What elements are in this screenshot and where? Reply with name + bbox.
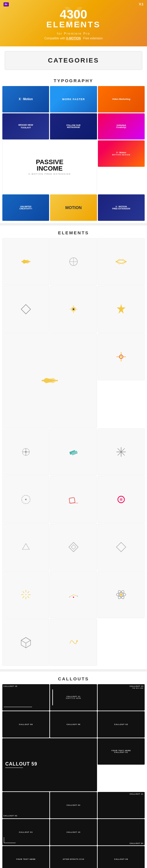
element-9[interactable] xyxy=(2,428,49,475)
svg-marker-44 xyxy=(71,545,76,549)
svg-point-67 xyxy=(77,640,78,642)
svg-line-52 xyxy=(28,591,29,593)
svg-point-29 xyxy=(25,451,27,453)
callout-08[interactable]: CALLOUT 08 xyxy=(50,711,97,738)
element-7-wide[interactable] xyxy=(2,333,97,428)
categories-title: CATEGORIES xyxy=(10,57,137,64)
svg-point-59 xyxy=(77,596,78,597)
svg-line-53 xyxy=(23,596,24,598)
element-16[interactable] xyxy=(50,524,97,570)
callouts-header: CALLOUTS xyxy=(0,672,147,684)
callout-01a[interactable]: YOUR TEXT HERECALLOUT 01 xyxy=(98,738,145,765)
svg-line-56 xyxy=(74,595,77,596)
svg-point-37 xyxy=(25,499,27,500)
elements-grid xyxy=(2,238,145,666)
svg-line-50 xyxy=(23,591,24,593)
typo-card-workfaster[interactable]: WORK FASTER xyxy=(50,86,97,113)
svg-line-55 xyxy=(70,595,74,597)
element-8[interactable] xyxy=(98,333,145,380)
element-21[interactable] xyxy=(2,619,49,666)
callout-ae[interactable]: AFTER EFFECTS CC19 xyxy=(50,846,97,868)
callout-yourtext[interactable]: YOUR TEXT HERE xyxy=(2,846,49,868)
callouts-grid: CALLOUT 19 CALLOUT 11SUBTITLE HERE CALLO… xyxy=(0,684,147,868)
typo-card-motion[interactable]: MOTION xyxy=(50,194,97,221)
svg-point-22 xyxy=(56,380,58,381)
svg-point-3 xyxy=(29,261,30,262)
element-20[interactable] xyxy=(98,571,145,618)
callout-19[interactable]: CALLOUT 19 xyxy=(2,684,49,711)
compatible-label: Compatible with X-MOTION Free extension xyxy=(6,37,141,40)
typography-grid: X · Motion WORK FASTER Video Marketing B… xyxy=(0,86,147,223)
svg-rect-38 xyxy=(69,497,75,503)
svg-line-51 xyxy=(28,596,29,598)
typography-section: TYPOGRAPHY X · Motion WORK FASTER Video … xyxy=(0,73,147,223)
callout-10[interactable]: CALLOUT 10 xyxy=(50,819,97,845)
svg-marker-8 xyxy=(116,259,126,264)
callout-01c[interactable]: CALLOUT 01 xyxy=(98,819,145,845)
svg-point-21 xyxy=(42,380,43,381)
element-6[interactable] xyxy=(98,286,145,333)
categories-section: CATEGORIES xyxy=(0,46,147,73)
callout-11[interactable]: CALLOUT 11SUBTITLE HERE xyxy=(50,684,97,711)
element-22[interactable] xyxy=(50,619,97,666)
svg-point-9 xyxy=(116,261,117,262)
element-5[interactable] xyxy=(50,286,97,333)
typo-card-motiondesign[interactable]: X · MotionMOTION DESIGN xyxy=(98,141,145,167)
callouts-section: CALLOUTS CALLOUT 19 CALLOUT 11SUBTITLE H… xyxy=(0,672,147,868)
callout-09[interactable]: CALLOUT 09 xyxy=(2,711,49,738)
element-10[interactable] xyxy=(50,428,97,475)
svg-point-2 xyxy=(22,261,23,262)
svg-marker-43 xyxy=(69,542,78,552)
elements-section: ELEMENTS xyxy=(0,225,147,669)
element-19[interactable] xyxy=(50,571,97,618)
typo-card-brandnew[interactable]: BRAND NEWTOOLKIT xyxy=(2,113,49,140)
divider-2 xyxy=(0,669,147,672)
svg-point-58 xyxy=(69,596,70,597)
callout-09b[interactable]: CALLOUT 09 xyxy=(98,846,145,868)
callout-13[interactable]: CALLOUT 13THE BIG LINE xyxy=(98,684,145,711)
element-15[interactable] xyxy=(2,524,49,570)
elements-count: 4300 xyxy=(47,8,100,21)
header: Pr V.1 X 4300 ELEMENTS for Premiere Pro … xyxy=(0,0,147,46)
element-4[interactable] xyxy=(2,286,49,333)
divider-1 xyxy=(0,223,147,225)
svg-marker-65 xyxy=(21,638,31,643)
svg-marker-20 xyxy=(42,378,57,383)
element-13[interactable] xyxy=(50,476,97,523)
typo-card-follow[interactable]: FOLLOW OURINSTAGRAM! xyxy=(50,113,97,140)
element-14[interactable] xyxy=(98,476,145,523)
svg-marker-18 xyxy=(117,304,125,314)
callout-04[interactable]: CALLOUT 04 xyxy=(50,792,97,818)
svg-point-60 xyxy=(120,593,122,596)
svg-marker-45 xyxy=(116,542,126,552)
element-18[interactable] xyxy=(2,571,49,618)
callout-59[interactable]: CALLOUT 59 xyxy=(2,738,97,792)
svg-point-13 xyxy=(72,308,74,310)
elements-header: ELEMENTS xyxy=(0,225,147,238)
elements-label: ELEMENTS xyxy=(47,21,100,29)
svg-point-54 xyxy=(25,594,26,595)
element-2[interactable] xyxy=(50,238,97,285)
svg-point-57 xyxy=(73,596,74,597)
callout-02b[interactable]: CALLOUT 02 xyxy=(2,792,49,818)
element-12[interactable] xyxy=(2,476,49,523)
element-17[interactable] xyxy=(98,524,145,570)
callout-01b[interactable]: CALLOUT 01 xyxy=(2,819,49,845)
typography-header: TYPOGRAPHY xyxy=(0,73,147,86)
typo-card-passive[interactable]: PASSIVEINCOME X-MOTION FREE EXTENSION xyxy=(2,141,97,193)
typo-card-unlimited2[interactable]: UNLIMITEDCREATIVITY! xyxy=(2,194,49,221)
svg-marker-42 xyxy=(22,544,29,549)
element-11[interactable] xyxy=(98,428,145,475)
typo-card-videomarketing[interactable]: Video Marketing xyxy=(98,86,145,113)
typo-card-xmotion[interactable]: X · Motion xyxy=(2,86,49,113)
callout-02a[interactable]: CALLOUT 02 xyxy=(98,711,145,738)
callout-11b[interactable]: CALLOUT 11 xyxy=(98,792,145,818)
categories-header: CATEGORIES xyxy=(5,51,142,70)
typo-card-xmotionfree[interactable]: X · MOTIONFREE EXTENSION xyxy=(98,194,145,221)
svg-point-10 xyxy=(125,261,127,262)
element-1[interactable] xyxy=(2,238,49,285)
typo-card-unlimited[interactable]: UnlimitedCreativity! xyxy=(98,113,145,140)
svg-marker-11 xyxy=(21,305,31,314)
svg-point-41 xyxy=(120,498,123,501)
element-3[interactable] xyxy=(98,238,145,285)
